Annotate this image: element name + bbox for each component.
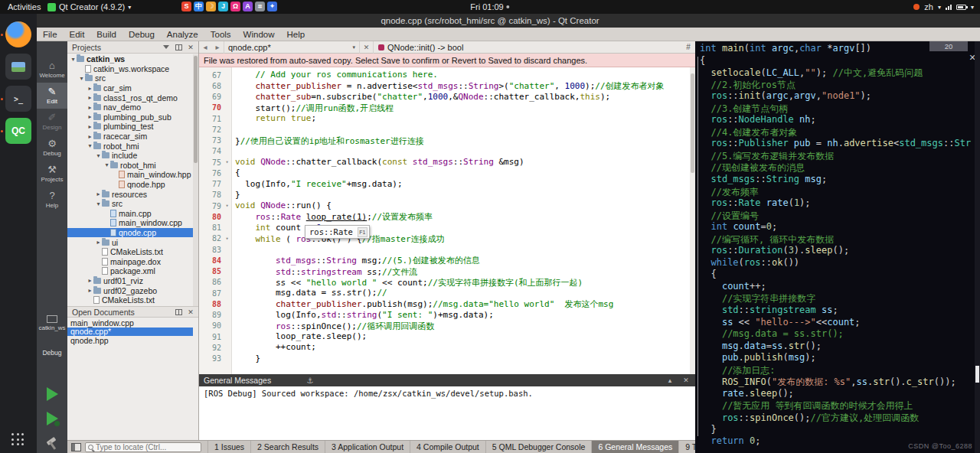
tree-item[interactable]: ▾ src xyxy=(67,73,193,83)
line-number[interactable]: 91 xyxy=(199,331,231,342)
firefox-icon[interactable] xyxy=(5,21,31,47)
tree-item[interactable]: ▾ robot_hmi xyxy=(67,161,193,171)
ime-icon[interactable]: S xyxy=(181,2,191,11)
expand-arrow-icon[interactable]: ▸ xyxy=(87,277,93,284)
split-panel-icon[interactable] xyxy=(173,308,184,317)
tree-item[interactable]: ▸ urdf02_gazebo xyxy=(67,285,193,295)
back-icon[interactable] xyxy=(199,43,211,51)
expand-arrow-icon[interactable]: ▾ xyxy=(103,161,110,168)
projects-scrollbar[interactable] xyxy=(193,54,198,306)
output-pane-button[interactable]: 2 Search Results xyxy=(251,441,325,453)
tree-item[interactable]: mainpage.dox xyxy=(67,256,193,266)
line-number[interactable]: 74 xyxy=(199,146,231,157)
output-pane-button[interactable]: 4 Compile Output xyxy=(410,441,486,453)
line-number[interactable]: 72 xyxy=(199,124,231,135)
line-number[interactable]: 70 xyxy=(199,103,231,113)
menu-item[interactable]: File xyxy=(37,28,64,41)
expand-arrow-icon[interactable]: ▾ xyxy=(70,56,77,63)
scrollbar-thumb[interactable] xyxy=(975,366,979,383)
mode-item[interactable]: Welcome xyxy=(37,57,67,83)
tree-item[interactable]: qnode.hpp xyxy=(67,180,193,190)
tree-item[interactable]: ▸ plumbing_pub_sub xyxy=(67,112,193,122)
mode-item[interactable]: Debug xyxy=(37,135,67,161)
line-number[interactable]: 76 xyxy=(199,168,231,178)
language-indicator[interactable]: zh xyxy=(924,2,933,11)
line-number[interactable]: 88 xyxy=(199,298,231,309)
output-pane-content[interactable]: [ROS Debug] Sourced workspace: /home/zsx… xyxy=(199,386,695,440)
line-number[interactable]: 81 xyxy=(199,223,231,233)
tree-item[interactable]: ▸ resources xyxy=(67,189,193,199)
tree-item[interactable]: main_window.cpp xyxy=(67,218,193,228)
line-number[interactable]: 93 xyxy=(199,354,231,364)
expand-arrow-icon[interactable]: ▾ xyxy=(95,152,102,159)
show-applications-icon[interactable] xyxy=(11,433,25,447)
tree-item[interactable]: ▸ plumbing_test xyxy=(67,122,193,132)
line-number[interactable]: 75▾ xyxy=(199,157,231,168)
line-number[interactable]: 89 xyxy=(199,310,231,321)
forward-icon[interactable] xyxy=(211,43,224,51)
terminal-icon[interactable]: >_ xyxy=(5,86,31,112)
tree-item[interactable]: ▾ include xyxy=(67,151,193,161)
line-number[interactable]: 77 xyxy=(199,179,231,190)
window-titlebar[interactable]: qnode.cpp (src/robot_hmi/src @ catkin_ws… xyxy=(0,14,980,28)
tree-item[interactable]: qnode.cpp xyxy=(67,228,193,238)
expand-arrow-icon[interactable]: ▸ xyxy=(87,85,93,92)
tree-item[interactable]: ▸ racecar_sim xyxy=(67,132,193,142)
f1-help-badge[interactable]: F1 xyxy=(358,227,368,237)
expand-arrow-icon[interactable]: ▸ xyxy=(87,287,93,294)
line-number[interactable]: 83 xyxy=(199,244,231,255)
line-number[interactable]: 69 xyxy=(199,92,231,103)
ime-icon[interactable]: J xyxy=(218,2,228,11)
menu-item[interactable]: Analyze xyxy=(161,28,204,41)
output-pane-button[interactable]: 6 General Messages xyxy=(592,441,679,453)
symbol-dropdown[interactable]: QNode::init() -> bool xyxy=(374,43,681,52)
mode-item[interactable]: Design xyxy=(37,109,67,135)
expand-arrow-icon[interactable]: ▸ xyxy=(87,104,93,111)
build-button[interactable] xyxy=(45,436,59,450)
locator[interactable] xyxy=(85,442,201,452)
anchor-icon[interactable] xyxy=(306,376,313,385)
tree-item[interactable]: ▸ nav_demo xyxy=(67,103,193,112)
tree-item[interactable]: ▸ ui xyxy=(67,237,193,247)
line-number[interactable]: 68 xyxy=(199,80,231,91)
line-number[interactable]: 86 xyxy=(199,277,231,288)
line-number[interactable]: 78 xyxy=(199,190,231,200)
ime-icon[interactable]: ☽ xyxy=(206,2,216,11)
menu-item[interactable]: Edit xyxy=(64,28,91,41)
code-editor[interactable]: // Add your ros communications here. cha… xyxy=(231,67,695,374)
tree-item[interactable]: package.xml xyxy=(67,266,193,276)
open-document-item[interactable]: qnode.hpp xyxy=(67,336,193,345)
close-panel-icon[interactable] xyxy=(185,43,196,52)
toggle-sidebar-icon[interactable] xyxy=(71,443,81,451)
line-number[interactable]: 79▾ xyxy=(199,200,231,211)
kit-selector[interactable]: catkin_ws xyxy=(37,315,67,331)
open-file-dropdown[interactable]: qnode.cpp* xyxy=(224,41,360,54)
split-panel-icon[interactable] xyxy=(173,43,184,52)
line-number[interactable]: 67 xyxy=(199,70,231,80)
open-document-item[interactable]: qnode.cpp* xyxy=(67,328,193,337)
tree-item[interactable]: ▸ urdf01_rviz xyxy=(67,276,193,286)
app-menu[interactable]: Qt Creator (4.9.2) xyxy=(47,0,131,14)
menu-item[interactable]: Tools xyxy=(204,28,237,41)
tree-item[interactable]: main_window.hpp xyxy=(67,170,193,180)
line-number-gutter[interactable]: 676869707172737475▾76777879▾808182▾83848… xyxy=(199,67,231,374)
expand-arrow-icon[interactable]: ▾ xyxy=(78,75,85,82)
tree-item[interactable]: ▸ car_sim xyxy=(67,83,193,93)
run-button[interactable] xyxy=(47,387,58,401)
editor-scrollbar[interactable] xyxy=(690,67,695,374)
line-number[interactable]: 73 xyxy=(199,135,231,146)
expand-arrow-icon[interactable]: ▸ xyxy=(87,113,93,120)
ime-icon[interactable]: A xyxy=(243,2,253,11)
scrollbar-thumb[interactable] xyxy=(691,73,694,173)
qtcreator-dock-icon[interactable]: QC xyxy=(5,118,31,144)
line-number[interactable]: 90 xyxy=(199,321,231,331)
tree-item[interactable]: ▸ class1_ros_qt_demo xyxy=(67,93,193,103)
build-config-label[interactable]: Debug xyxy=(37,349,67,357)
code-snippet-window[interactable]: int main(int argc,char *argv[]){ setloca… xyxy=(695,41,980,453)
clock[interactable]: Fri 01:09 xyxy=(470,0,509,14)
expand-arrow-icon[interactable]: ▸ xyxy=(87,94,93,101)
menu-item[interactable]: Help xyxy=(281,28,312,41)
close-panel-icon[interactable] xyxy=(185,308,196,317)
line-number[interactable]: 71 xyxy=(199,113,231,124)
annotation-button[interactable] xyxy=(681,43,695,51)
